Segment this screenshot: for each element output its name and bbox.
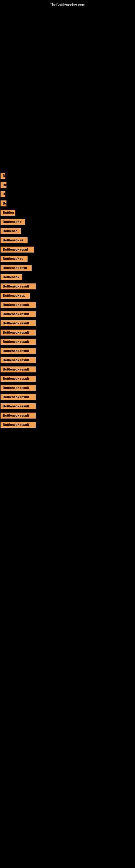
result-item: Bottleneck result: [0, 310, 135, 319]
result-item: Bottleneck result: [0, 420, 135, 429]
result-item: Bottleneck re: [0, 254, 135, 264]
result-label: Bottleneck result: [1, 403, 36, 409]
result-item: Bottleneck result: [0, 300, 135, 310]
results-section: BBoBBoBottlenBottleneck rBottlenecBottle…: [0, 171, 135, 429]
result-label: Bottleneck re: [1, 256, 28, 262]
result-item: Bottleneck result: [0, 328, 135, 337]
result-item: Bottleneck resu: [0, 264, 135, 273]
result-label: Bottleneck result: [1, 320, 36, 326]
result-label: Bottleneck result: [1, 348, 36, 354]
result-item: Bottleneck result: [0, 393, 135, 402]
result-item: Bottleneck result: [0, 383, 135, 393]
result-item: Bottleneck result: [0, 365, 135, 374]
result-label: Bottleneck: [1, 274, 22, 280]
result-label: Bottleneck result: [1, 385, 36, 391]
result-item: Bottlen: [0, 208, 135, 217]
result-item: Bottleneck res: [0, 291, 135, 300]
result-item: Bottleneck resul: [0, 245, 135, 254]
result-label: Bo: [1, 182, 6, 188]
result-item: Bottleneck result: [0, 319, 135, 328]
result-label: Bottleneck result: [1, 376, 36, 382]
chart-area: [0, 8, 135, 171]
result-item: Bottleneck result: [0, 355, 135, 365]
result-item: Bo: [0, 199, 135, 208]
result-item: Bottleneck result: [0, 402, 135, 411]
result-label: Bottleneck result: [1, 412, 36, 418]
result-label: Bottleneck result: [1, 394, 36, 400]
result-label: B: [1, 191, 5, 197]
result-label: Bottlenec: [1, 228, 21, 234]
result-label: Bottleneck result: [1, 357, 36, 363]
result-label: Bottleneck result: [1, 339, 36, 345]
result-item: Bottlenec: [0, 226, 135, 236]
result-item: Bo: [0, 180, 135, 190]
result-label: Bottleneck r: [1, 219, 25, 225]
result-item: Bottleneck result: [0, 337, 135, 346]
result-label: Bottleneck result: [1, 422, 36, 428]
result-item: Bottleneck result: [0, 346, 135, 355]
result-label: Bottleneck result: [1, 367, 36, 372]
result-label: Bottleneck result: [1, 330, 36, 336]
result-item: Bottleneck result: [0, 411, 135, 420]
result-label: Bo: [1, 200, 6, 207]
result-item: Bottleneck result: [0, 374, 135, 383]
result-item: B: [0, 171, 135, 180]
result-label: Bottleneck resul: [1, 247, 34, 252]
result-label: B: [1, 173, 5, 179]
result-item: Bottleneck r: [0, 217, 135, 226]
site-title: TheBottlenecker.com: [0, 0, 135, 8]
result-item: Bottleneck: [0, 273, 135, 282]
result-label: Bottleneck result: [1, 283, 36, 289]
result-label: Bottleneck resu: [1, 265, 32, 271]
result-label: Bottleneck result: [1, 311, 36, 317]
result-item: Bottleneck result: [0, 282, 135, 291]
result-label: Bottlen: [1, 210, 15, 216]
result-label: Bottleneck res: [1, 293, 30, 299]
result-item: Bottleneck re: [0, 236, 135, 245]
result-item: B: [0, 190, 135, 199]
result-label: Bottleneck re: [1, 237, 28, 243]
result-label: Bottleneck result: [1, 302, 36, 308]
